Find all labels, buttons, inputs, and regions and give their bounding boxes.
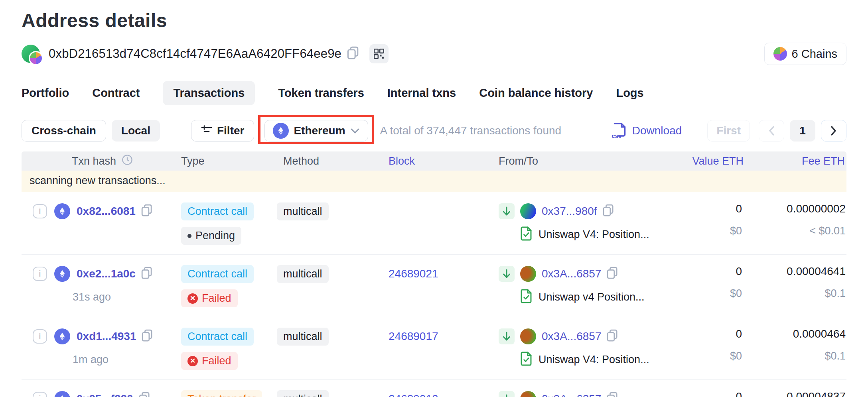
fee-cell: 0.00000002 < $0.01 xyxy=(745,202,846,245)
fee-cell: 0.00004641 $0.1 xyxy=(745,265,846,307)
tx-fee: 0.00004837 xyxy=(745,390,846,397)
failed-icon: ✕ xyxy=(187,356,198,366)
tab-portfolio[interactable]: Portfolio xyxy=(22,86,69,100)
copy-to-address-icon[interactable] xyxy=(607,392,618,397)
method-cell: multicall xyxy=(277,390,389,397)
tx-hash-link[interactable]: 0x82...6081 xyxy=(77,205,136,218)
tx-fee-usd: < $0.01 xyxy=(745,225,846,237)
tx-status-label: Pending xyxy=(195,230,235,242)
filter-button-label: Filter xyxy=(217,124,244,137)
pagination-first-button[interactable]: First xyxy=(707,120,750,142)
tab-coin-balance-history[interactable]: Coin balance history xyxy=(479,86,593,100)
incoming-arrow-icon xyxy=(499,391,515,397)
to-contract-name[interactable]: Uniswap V4: Position... xyxy=(539,354,649,366)
tx-value-usd: $0 xyxy=(678,225,742,237)
copy-tx-hash-icon[interactable] xyxy=(139,392,150,397)
tx-info-icon[interactable]: i xyxy=(33,392,47,397)
address-avatar xyxy=(22,45,40,63)
block-link[interactable]: 24689021 xyxy=(389,267,438,280)
copy-to-address-icon[interactable] xyxy=(603,204,614,218)
copy-to-address-icon[interactable] xyxy=(607,329,618,344)
to-address-link[interactable]: 0x3A...6857 xyxy=(542,267,601,280)
transactions-summary: A total of 374,447 transactions found xyxy=(380,124,562,137)
page-title: Address details xyxy=(22,0,846,31)
copy-to-address-icon[interactable] xyxy=(607,267,618,281)
address-details-page: Address details 0xbD216513d74C8cf14cf474… xyxy=(0,0,868,397)
pagination-next-button[interactable] xyxy=(821,120,846,142)
tx-chain-ethereum-icon xyxy=(54,391,70,397)
to-contract-name[interactable]: Uniswap v4 Position... xyxy=(539,291,645,303)
tx-chain-ethereum-icon xyxy=(54,203,70,219)
block-cell xyxy=(389,202,499,245)
tx-info-icon[interactable]: i xyxy=(33,329,47,344)
tx-hash-link[interactable]: 0xe2...1a0c xyxy=(77,267,136,280)
tab-transactions[interactable]: Transactions xyxy=(163,81,255,105)
tx-value: 0 xyxy=(678,265,742,278)
address-row: 0xbD216513d74C8cf14cf4747E6AaA6420FF64ee… xyxy=(22,44,846,63)
tx-status-badge: ✕ Failed xyxy=(181,289,238,307)
col-header-method: Method xyxy=(277,155,389,167)
col-header-type: Type xyxy=(181,155,277,167)
transactions-toolbar: Cross-chain Local Filter Ethereum A tota… xyxy=(22,120,846,142)
pagination-current-page[interactable]: 1 xyxy=(790,120,815,142)
from-to-cell: 0x37...980f Uniswap V4: Position... xyxy=(499,202,678,245)
value-cell: 0 $0 xyxy=(678,202,745,245)
network-select[interactable]: Ethereum xyxy=(264,120,368,142)
tab-logs[interactable]: Logs xyxy=(616,86,643,100)
col-header-fee[interactable]: Fee ETH xyxy=(745,155,846,167)
txn-hash-cell: i 0xd1...4931 1m ago xyxy=(22,328,181,370)
clock-icon[interactable] xyxy=(122,154,133,168)
tx-hash-link[interactable]: 0x25...f320 xyxy=(77,393,133,397)
copy-tx-hash-icon[interactable] xyxy=(141,267,152,281)
table-header: Txn hash Type Method Block From/To Value… xyxy=(22,151,846,171)
failed-icon: ✕ xyxy=(187,293,198,304)
tab-internal-txns[interactable]: Internal txns xyxy=(387,86,456,100)
toolbar-right: csv Download First 1 xyxy=(612,120,846,142)
block-cell: 24689010 xyxy=(389,390,499,397)
tab-contract[interactable]: Contract xyxy=(92,86,140,100)
tx-status-badge: ✕ Pending xyxy=(181,227,241,245)
to-address-link[interactable]: 0x3A...6857 xyxy=(542,393,601,397)
tx-fee: 0.00000002 xyxy=(745,202,846,215)
col-header-value[interactable]: Value ETH xyxy=(678,155,745,167)
filter-button[interactable]: Filter xyxy=(191,120,254,142)
copy-address-icon[interactable] xyxy=(347,46,359,61)
block-link[interactable]: 24689017 xyxy=(389,330,438,343)
fee-cell: 0.00004837 $0.11 xyxy=(745,390,846,397)
table-row: i 0xd1...4931 1m ago Contract call ✕ Fai… xyxy=(22,317,846,380)
to-address-link[interactable]: 0x3A...6857 xyxy=(542,330,601,343)
incoming-arrow-icon xyxy=(499,203,515,219)
to-contract-name[interactable]: Uniswap V4: Position... xyxy=(539,228,649,241)
local-button[interactable]: Local xyxy=(112,120,160,142)
tx-value: 0 xyxy=(678,202,742,215)
tx-value: 0 xyxy=(678,328,742,340)
svg-text:csv: csv xyxy=(612,132,622,139)
block-link[interactable]: 24689010 xyxy=(389,393,438,397)
tx-value-usd: $0 xyxy=(678,287,742,300)
verified-contract-icon xyxy=(520,289,532,305)
address-hash: 0xbD216513d74C8cf14cf4747E6AaA6420FF64ee… xyxy=(49,47,341,61)
copy-tx-hash-icon[interactable] xyxy=(142,329,153,344)
tab-token-transfers[interactable]: Token transfers xyxy=(278,86,364,100)
tx-method-badge: multicall xyxy=(277,265,329,283)
method-cell: multicall xyxy=(277,328,389,370)
from-to-cell: 0x3A...6857 Uniswap V4: Position... xyxy=(499,390,678,397)
filter-icon xyxy=(201,124,212,137)
chains-badge[interactable]: 6 Chains xyxy=(764,43,846,65)
tx-value: 0 xyxy=(678,390,742,397)
tx-info-icon[interactable]: i xyxy=(33,204,47,218)
tx-hash-link[interactable]: 0xd1...4931 xyxy=(77,330,136,343)
tx-info-icon[interactable]: i xyxy=(33,267,47,281)
tx-status-badge: ✕ Failed xyxy=(181,352,238,370)
qr-code-button[interactable] xyxy=(369,44,389,63)
block-cell: 24689017 xyxy=(389,328,499,370)
to-address-link[interactable]: 0x37...980f xyxy=(542,205,597,218)
copy-tx-hash-icon[interactable] xyxy=(141,204,152,218)
col-header-block[interactable]: Block xyxy=(389,155,499,167)
cross-chain-button[interactable]: Cross-chain xyxy=(22,120,106,142)
verified-contract-icon xyxy=(520,226,532,242)
download-csv-button[interactable]: csv Download xyxy=(612,122,682,139)
pagination-prev-button[interactable] xyxy=(759,120,784,142)
tx-type-badge: Token transfer xyxy=(181,390,262,397)
value-cell: 0 $0 xyxy=(678,328,745,370)
